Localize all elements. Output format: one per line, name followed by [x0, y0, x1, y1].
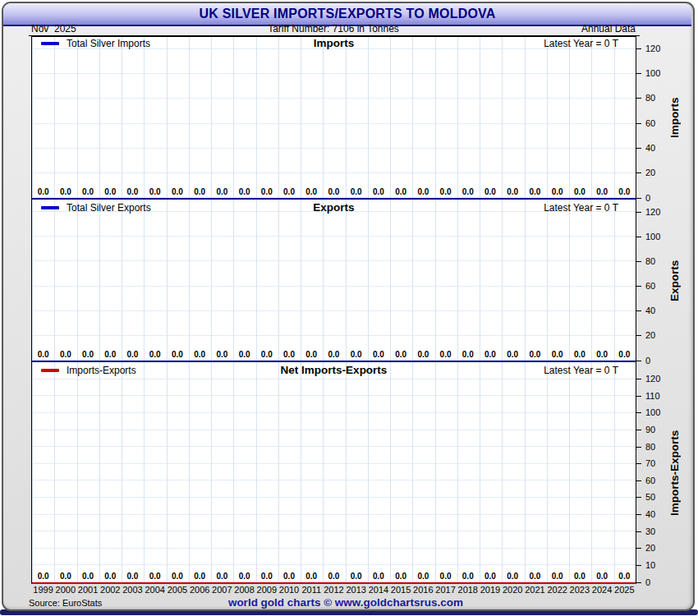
value-label: 0.0	[479, 350, 501, 359]
year-label: 2005	[166, 585, 188, 595]
value-label: 0.0	[301, 350, 323, 359]
net-y-axis-title: Imports-Exports	[662, 362, 687, 584]
year-label: 2003	[122, 585, 144, 595]
x-axis-year-labels: 1999200020012002200320042005200620072008…	[32, 585, 636, 595]
value-label: 0.0	[54, 187, 76, 196]
value-label: 0.0	[233, 187, 255, 196]
year-label: 2009	[255, 585, 278, 595]
year-label: 2014	[367, 585, 389, 595]
value-label: 0.0	[189, 572, 211, 581]
year-label: 2015	[390, 585, 412, 595]
value-label: 0.0	[502, 187, 524, 196]
value-label: 0.0	[323, 350, 345, 359]
value-label: 0.0	[502, 350, 524, 359]
subtitle-row: Nov 2025 Tariff Number: 7106 in Tonnes A…	[29, 24, 640, 36]
value-label: 0.0	[613, 572, 636, 581]
value-label: 0.0	[166, 350, 188, 359]
chart-screenshot: UK SILVER IMPORTS/EXPORTS TO MOLDOVA Nov…	[0, 0, 698, 616]
value-label: 0.0	[54, 572, 76, 581]
year-label: 2013	[345, 585, 367, 595]
net-gridlines	[32, 362, 636, 582]
value-label: 0.0	[457, 350, 479, 359]
exports-latest-year-label: Latest Year = 0 T	[31, 202, 636, 214]
year-label: 2011	[301, 585, 323, 595]
value-label: 0.0	[345, 187, 367, 196]
value-label: 0.0	[345, 350, 367, 359]
value-label: 0.0	[278, 187, 300, 196]
year-label: 2001	[76, 585, 99, 595]
imports-latest-year-label: Latest Year = 0 T	[31, 38, 636, 49]
tariff-label: Tariff Number: 7106 in Tonnes	[268, 23, 399, 34]
imports-value-labels: 0.00.00.00.00.00.00.00.00.00.00.00.00.00…	[32, 187, 636, 196]
value-label: 0.0	[524, 350, 546, 359]
exports-value-labels: 0.00.00.00.00.00.00.00.00.00.00.00.00.00…	[32, 350, 636, 359]
value-label: 0.0	[32, 350, 54, 359]
value-label: 0.0	[99, 572, 122, 581]
value-label: 0.0	[323, 187, 345, 196]
value-label: 0.0	[99, 187, 122, 196]
value-label: 0.0	[255, 572, 278, 581]
value-label: 0.0	[479, 187, 501, 196]
value-label: 0.0	[524, 572, 546, 581]
year-label: 2018	[457, 585, 479, 595]
value-label: 0.0	[590, 350, 613, 359]
value-label: 0.0	[390, 187, 412, 196]
value-label: 0.0	[233, 350, 255, 359]
year-label: 2020	[502, 585, 524, 595]
year-label: 2021	[524, 585, 546, 595]
year-label: 2010	[278, 585, 300, 595]
value-label: 0.0	[367, 350, 389, 359]
value-label: 0.0	[76, 187, 99, 196]
date-label: Nov 2025	[29, 23, 268, 34]
value-label: 0.0	[278, 572, 300, 581]
value-label: 0.0	[568, 350, 590, 359]
value-label: 0.0	[233, 572, 255, 581]
value-label: 0.0	[479, 572, 501, 581]
value-label: 0.0	[32, 187, 54, 196]
value-label: 0.0	[367, 572, 389, 581]
value-label: 0.0	[367, 187, 389, 196]
value-label: 0.0	[211, 187, 233, 196]
value-label: 0.0	[502, 572, 524, 581]
net-latest-year-label: Latest Year = 0 T	[31, 365, 636, 376]
exports-plot-area	[31, 200, 636, 362]
year-label: 2024	[590, 585, 613, 595]
year-label: 2025	[613, 585, 636, 595]
value-label: 0.0	[122, 350, 144, 359]
year-label: 2007	[211, 585, 233, 595]
value-label: 0.0	[323, 572, 345, 581]
value-label: 0.0	[546, 572, 568, 581]
value-label: 0.0	[99, 350, 122, 359]
value-label: 0.0	[301, 187, 323, 196]
net-plot-area	[31, 362, 636, 584]
value-label: 0.0	[144, 350, 166, 359]
year-label: 2008	[233, 585, 255, 595]
value-label: 0.0	[412, 350, 434, 359]
imports-plot-area	[31, 36, 636, 200]
value-label: 0.0	[211, 350, 233, 359]
value-label: 0.0	[144, 187, 166, 196]
value-label: 0.0	[568, 187, 590, 196]
value-label: 0.0	[345, 572, 367, 581]
value-label: 0.0	[166, 187, 188, 196]
value-label: 0.0	[568, 572, 590, 581]
value-label: 0.0	[412, 187, 434, 196]
exports-gridlines	[32, 200, 636, 361]
imports-gridlines	[32, 37, 636, 198]
value-label: 0.0	[457, 572, 479, 581]
year-label: 2012	[323, 585, 345, 595]
year-label: 2022	[546, 585, 568, 595]
imports-y-axis-title: Imports	[662, 36, 687, 200]
value-label: 0.0	[122, 572, 144, 581]
value-label: 0.0	[457, 187, 479, 196]
value-label: 0.0	[54, 350, 76, 359]
year-label: 2004	[144, 585, 166, 595]
year-label: 2016	[412, 585, 434, 595]
value-label: 0.0	[32, 572, 54, 581]
year-label: 2019	[479, 585, 501, 595]
value-label: 0.0	[590, 187, 613, 196]
value-label: 0.0	[546, 187, 568, 196]
value-label: 0.0	[613, 350, 636, 359]
value-label: 0.0	[546, 350, 568, 359]
year-label: 1999	[32, 585, 54, 595]
